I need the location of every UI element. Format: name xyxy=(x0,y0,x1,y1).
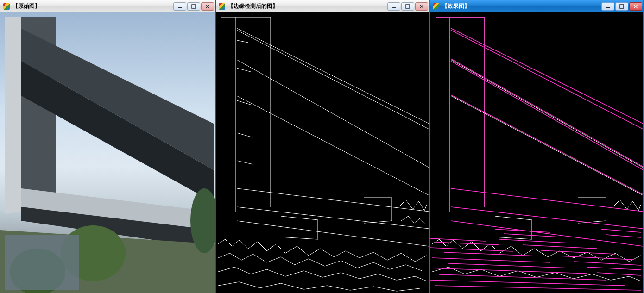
svg-line-39 xyxy=(451,59,643,167)
titlebar-original[interactable]: 【原始图】 xyxy=(0,0,215,12)
app-icon xyxy=(433,3,439,10)
svg-line-57 xyxy=(435,286,641,290)
window-result: 【效果图】 xyxy=(429,0,644,293)
svg-line-50 xyxy=(430,248,513,251)
edge-image-view xyxy=(216,12,429,293)
svg-rect-16 xyxy=(406,5,410,8)
svg-line-26 xyxy=(237,40,248,43)
svg-line-25 xyxy=(237,221,429,246)
edge-lines xyxy=(216,12,429,293)
maximize-button[interactable] xyxy=(187,2,200,11)
svg-rect-32 xyxy=(620,5,624,8)
result-image-view xyxy=(430,12,643,293)
svg-line-24 xyxy=(237,207,429,229)
svg-line-27 xyxy=(237,68,251,72)
window-edges: 【边缘检测后的图】 xyxy=(215,0,429,293)
svg-line-43 xyxy=(451,207,643,229)
svg-line-67 xyxy=(495,229,550,232)
svg-line-38 xyxy=(451,30,643,129)
hough-lines xyxy=(430,12,643,293)
original-image-view xyxy=(0,12,215,293)
svg-line-61 xyxy=(560,256,634,260)
close-button[interactable] xyxy=(415,2,428,11)
window-controls xyxy=(173,2,214,11)
window-original: 【原始图】 xyxy=(0,0,215,293)
titlebar-result[interactable]: 【效果图】 xyxy=(430,0,643,12)
app-icon xyxy=(3,3,10,10)
svg-line-22 xyxy=(237,96,429,195)
minimize-button[interactable] xyxy=(173,2,186,11)
svg-line-52 xyxy=(432,258,550,262)
svg-line-42 xyxy=(451,188,643,212)
titlebar-edges[interactable]: 【边缘检测后的图】 xyxy=(216,0,429,12)
minimize-button[interactable] xyxy=(601,2,614,11)
svg-line-41 xyxy=(451,95,643,194)
window-title: 【原始图】 xyxy=(13,2,170,10)
minimize-button[interactable] xyxy=(387,2,400,11)
svg-line-29 xyxy=(237,133,253,137)
app-icon xyxy=(219,3,225,10)
svg-line-62 xyxy=(574,262,641,265)
svg-rect-14 xyxy=(5,235,79,290)
svg-line-53 xyxy=(448,263,569,268)
window-title: 【边缘检测后的图】 xyxy=(228,2,385,10)
svg-line-20 xyxy=(237,30,429,129)
svg-line-23 xyxy=(237,188,429,212)
svg-line-51 xyxy=(444,252,537,256)
maximize-button[interactable] xyxy=(615,2,628,11)
svg-line-40 xyxy=(451,61,643,170)
svg-rect-1 xyxy=(192,5,196,8)
svg-line-54 xyxy=(430,268,587,274)
svg-marker-5 xyxy=(5,17,21,214)
window-controls xyxy=(387,2,428,11)
svg-line-30 xyxy=(237,161,253,164)
photo-building-illustration xyxy=(0,12,215,293)
close-button[interactable] xyxy=(629,2,642,11)
svg-line-58 xyxy=(499,239,569,243)
svg-line-55 xyxy=(439,274,606,280)
window-controls xyxy=(601,2,642,11)
window-title: 【效果图】 xyxy=(442,2,599,10)
maximize-button[interactable] xyxy=(401,2,414,11)
svg-line-48 xyxy=(430,238,486,241)
close-button[interactable] xyxy=(201,2,214,11)
svg-line-49 xyxy=(435,242,499,245)
svg-line-66 xyxy=(606,235,641,237)
svg-line-64 xyxy=(597,273,641,275)
svg-line-59 xyxy=(523,245,597,249)
svg-line-56 xyxy=(430,280,625,286)
svg-line-63 xyxy=(587,267,641,270)
svg-line-44 xyxy=(451,221,643,246)
svg-line-60 xyxy=(541,250,615,254)
svg-line-65 xyxy=(601,229,641,232)
svg-line-37 xyxy=(451,28,643,124)
